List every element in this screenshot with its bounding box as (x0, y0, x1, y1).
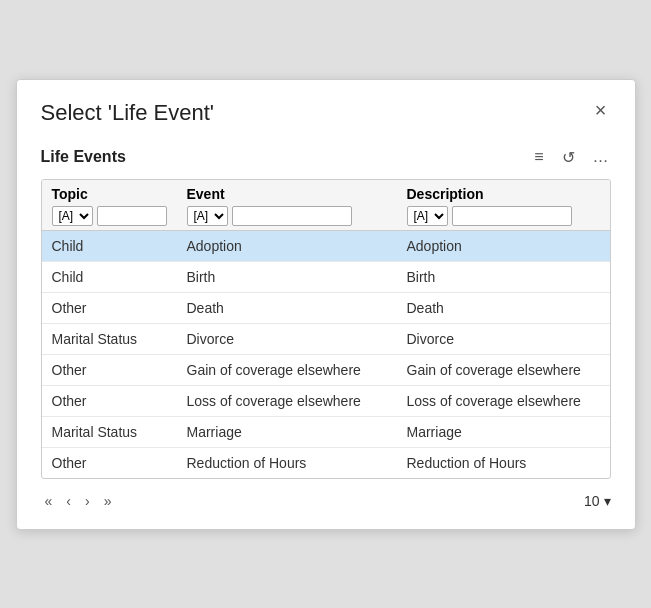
table-row[interactable]: OtherDeathDeath (42, 292, 610, 323)
cell-topic: Other (42, 354, 177, 385)
cell-description: Gain of coverage elsewhere (397, 354, 610, 385)
table-row[interactable]: ChildAdoptionAdoption (42, 230, 610, 261)
table-row[interactable]: ChildBirthBirth (42, 261, 610, 292)
table-body: ChildAdoptionAdoptionChildBirthBirthOthe… (42, 230, 610, 478)
table-row[interactable]: OtherLoss of coverage elsewhereLoss of c… (42, 385, 610, 416)
topic-filter-row: [A] (52, 206, 167, 226)
dialog-title: Select 'Life Event' (41, 100, 215, 126)
table-header-row: Topic [A] Event [A] (42, 180, 610, 231)
table-container: Topic [A] Event [A] (41, 179, 611, 479)
cell-event: Loss of coverage elsewhere (177, 385, 397, 416)
cell-event: Divorce (177, 323, 397, 354)
topic-filter-input[interactable] (97, 206, 167, 226)
description-filter-input[interactable] (452, 206, 572, 226)
cell-topic: Other (42, 447, 177, 478)
page-size-dropdown-button[interactable]: ▾ (604, 493, 611, 509)
page-size-selector: 10 ▾ (584, 493, 611, 509)
cell-topic: Other (42, 385, 177, 416)
close-button[interactable]: × (591, 100, 611, 120)
cell-topic: Child (42, 261, 177, 292)
cell-event: Birth (177, 261, 397, 292)
description-filter-select[interactable]: [A] (407, 206, 448, 226)
page-size-value: 10 (584, 493, 600, 509)
column-header-topic: Topic [A] (42, 180, 177, 231)
event-filter-input[interactable] (232, 206, 352, 226)
next-page-button[interactable]: › (81, 491, 94, 511)
prev-page-button[interactable]: ‹ (62, 491, 75, 511)
section-title: Life Events (41, 148, 126, 166)
filter-icon[interactable]: ≡ (532, 146, 545, 168)
cell-topic: Marital Status (42, 416, 177, 447)
first-page-button[interactable]: « (41, 491, 57, 511)
cell-event: Adoption (177, 230, 397, 261)
event-filter-select[interactable]: [A] (187, 206, 228, 226)
section-header: Life Events ≡ ↺ … (41, 146, 611, 169)
cell-event: Death (177, 292, 397, 323)
pagination: « ‹ › » 10 ▾ (41, 489, 611, 513)
table-row[interactable]: OtherGain of coverage elsewhereGain of c… (42, 354, 610, 385)
toolbar-icons: ≡ ↺ … (532, 146, 610, 169)
event-filter-row: [A] (187, 206, 387, 226)
cell-description: Divorce (397, 323, 610, 354)
life-events-table: Topic [A] Event [A] (42, 180, 610, 478)
page-controls: « ‹ › » (41, 491, 116, 511)
cell-description: Loss of coverage elsewhere (397, 385, 610, 416)
table-row[interactable]: Marital StatusMarriageMarriage (42, 416, 610, 447)
table-row[interactable]: OtherReduction of HoursReduction of Hour… (42, 447, 610, 478)
cell-topic: Child (42, 230, 177, 261)
more-options-icon[interactable]: … (591, 146, 611, 168)
select-life-event-dialog: Select 'Life Event' × Life Events ≡ ↺ … … (16, 79, 636, 530)
refresh-icon[interactable]: ↺ (560, 146, 577, 169)
cell-topic: Marital Status (42, 323, 177, 354)
cell-description: Birth (397, 261, 610, 292)
cell-description: Marriage (397, 416, 610, 447)
column-header-description: Description [A] (397, 180, 610, 231)
description-filter-row: [A] (407, 206, 600, 226)
table-row[interactable]: Marital StatusDivorceDivorce (42, 323, 610, 354)
dialog-header: Select 'Life Event' × (41, 100, 611, 126)
cell-event: Gain of coverage elsewhere (177, 354, 397, 385)
column-header-event: Event [A] (177, 180, 397, 231)
cell-topic: Other (42, 292, 177, 323)
topic-filter-select[interactable]: [A] (52, 206, 93, 226)
cell-description: Adoption (397, 230, 610, 261)
cell-description: Reduction of Hours (397, 447, 610, 478)
cell-event: Marriage (177, 416, 397, 447)
cell-description: Death (397, 292, 610, 323)
last-page-button[interactable]: » (100, 491, 116, 511)
cell-event: Reduction of Hours (177, 447, 397, 478)
